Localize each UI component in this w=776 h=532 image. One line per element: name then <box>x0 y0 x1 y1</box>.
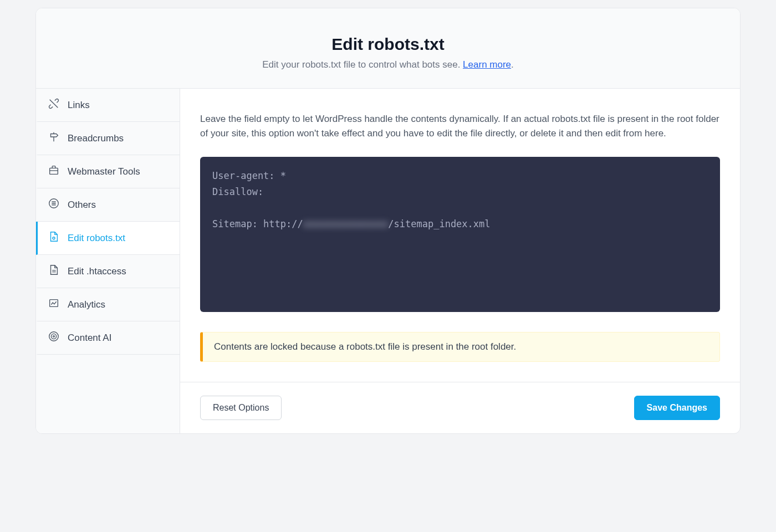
sidebar-item-label: Edit robots.txt <box>68 233 125 244</box>
sidebar-item-label: Analytics <box>68 299 105 310</box>
file-text-icon <box>48 264 60 279</box>
sidebar-item-content-ai[interactable]: Content AI <box>36 321 180 355</box>
sidebar-item-webmaster-tools[interactable]: Webmaster Tools <box>36 155 180 188</box>
page-subtitle: Edit your robots.txt file to control wha… <box>49 59 727 70</box>
list-icon <box>48 197 60 212</box>
sidebar-item-label: Content AI <box>68 332 111 344</box>
sidebar-item-label: Webmaster Tools <box>68 166 140 177</box>
svg-rect-0 <box>50 168 58 174</box>
signpost-icon <box>48 131 60 146</box>
svg-point-5 <box>51 334 56 339</box>
sidebar-item-edit-htaccess[interactable]: Edit .htaccess <box>36 255 180 288</box>
sidebar-nav: Links Breadcrumbs Webmaster Tools <box>36 89 180 433</box>
svg-point-4 <box>49 332 59 341</box>
sidebar-item-breadcrumbs[interactable]: Breadcrumbs <box>36 122 180 155</box>
main-panel: Leave the field empty to let WordPress h… <box>180 89 740 433</box>
page-header: Edit robots.txt Edit your robots.txt fil… <box>36 8 740 89</box>
robots-txt-editor[interactable]: User-agent: * Disallow: Sitemap: http://… <box>200 157 720 312</box>
sidebar-item-analytics[interactable]: Analytics <box>36 288 180 321</box>
reset-options-button[interactable]: Reset Options <box>200 396 282 420</box>
sidebar-item-label: Links <box>68 100 90 111</box>
chart-icon <box>48 297 60 312</box>
page-title: Edit robots.txt <box>49 35 727 54</box>
alert-text: Contents are locked because a robots.txt… <box>214 341 516 352</box>
links-icon <box>48 98 60 112</box>
save-changes-button[interactable]: Save Changes <box>634 396 720 420</box>
svg-point-2 <box>53 237 55 239</box>
action-footer: Reset Options Save Changes <box>180 382 740 433</box>
locked-warning-alert: Contents are locked because a robots.txt… <box>200 332 720 362</box>
sidebar-item-label: Others <box>68 200 96 211</box>
file-gear-icon <box>48 231 60 245</box>
sidebar-item-label: Breadcrumbs <box>68 133 124 144</box>
redacted-domain: xxxxxxxxxxxxxxx <box>303 216 389 232</box>
learn-more-link[interactable]: Learn more <box>463 59 511 70</box>
settings-card: Edit robots.txt Edit your robots.txt fil… <box>35 8 741 434</box>
svg-point-6 <box>53 336 55 337</box>
sidebar-item-label: Edit .htaccess <box>68 266 126 277</box>
target-icon <box>48 330 60 345</box>
sidebar-item-edit-robots[interactable]: Edit robots.txt <box>36 222 180 255</box>
section-description: Leave the field empty to let WordPress h… <box>200 112 720 140</box>
sidebar-item-links[interactable]: Links <box>36 89 180 122</box>
sidebar-item-others[interactable]: Others <box>36 188 180 222</box>
briefcase-icon <box>48 164 60 179</box>
